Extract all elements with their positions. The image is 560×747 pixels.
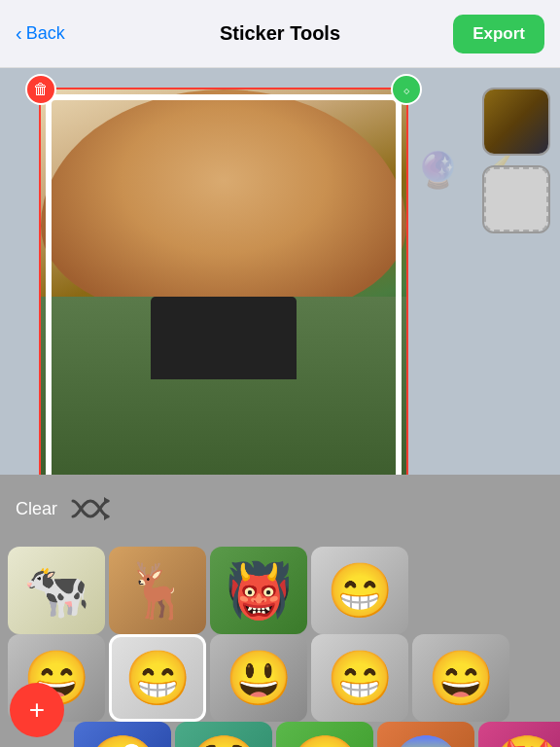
sticker-item-normal3[interactable]: 😃 xyxy=(210,634,307,722)
normal1-emoji: 😁 xyxy=(327,564,394,618)
thumbnail-panel xyxy=(482,88,550,233)
sticker-normal3-inner: 😃 xyxy=(210,634,307,722)
normal5-emoji: 😄 xyxy=(428,652,495,705)
sticker-item-normal5[interactable]: 😄 xyxy=(412,634,509,722)
normal4-emoji: 😁 xyxy=(327,652,394,705)
sticker-teal-inner: 😲 xyxy=(175,722,272,747)
sticker-normal5-inner: 😄 xyxy=(412,634,509,722)
selected-emoji: 😁 xyxy=(124,652,192,705)
header: ‹ Back Sticker Tools Export xyxy=(0,0,560,68)
sticker-orange-inner: 😱 xyxy=(377,722,474,747)
sticker-item-normal1[interactable]: 😁 xyxy=(311,547,408,634)
thumbnail-empty[interactable] xyxy=(482,165,550,233)
deer-emoji: 🦌 xyxy=(124,564,192,618)
back-button[interactable]: ‹ Back xyxy=(16,22,65,45)
blue-emoji: 🤪 xyxy=(87,731,159,748)
face-layer xyxy=(41,89,406,317)
thumbnail-photo[interactable] xyxy=(482,88,550,156)
sticker-item-pink[interactable]: 🤩 xyxy=(478,722,560,747)
sticker-pink-inner: 🤩 xyxy=(478,722,560,747)
grinch-emoji: 👹 xyxy=(226,564,293,618)
sticker-deer-inner: 🦌 xyxy=(109,547,206,634)
sticker-item-teal[interactable]: 😲 xyxy=(175,722,272,747)
sticker-green-inner: 😆 xyxy=(276,722,373,747)
sticker-row-3: 🤪 😲 😆 😱 🤩 xyxy=(0,718,560,747)
clear-button[interactable]: Clear xyxy=(16,499,57,519)
flip-icon: ⬦ xyxy=(402,82,410,97)
page-title: Sticker Tools xyxy=(220,22,340,45)
teal-emoji: 😲 xyxy=(188,731,261,748)
sticker-item-selected[interactable]: 😁 xyxy=(109,634,206,722)
sticker-item-cow[interactable]: 🐄 xyxy=(8,547,105,634)
svg-marker-1 xyxy=(104,513,110,520)
pink-emoji: 🤩 xyxy=(491,731,561,748)
back-label: Back xyxy=(26,23,65,44)
back-chevron-icon: ‹ xyxy=(16,22,22,45)
thumbnail-photo-preview xyxy=(484,89,548,154)
cow-emoji: 🐄 xyxy=(23,564,90,618)
sticker-image xyxy=(41,89,406,475)
green-emoji: 😆 xyxy=(289,731,362,748)
sticker-normal4-inner: 😁 xyxy=(311,634,408,722)
shuffle-icon xyxy=(71,495,110,522)
sticker-item-orange[interactable]: 😱 xyxy=(377,722,474,747)
orange-emoji: 😱 xyxy=(390,731,463,748)
sticker-container[interactable]: 🗑 ⬦ xyxy=(39,88,408,475)
normal3-emoji: 😃 xyxy=(226,652,293,705)
sticker-row-1: 🐄 🦌 👹 😁 xyxy=(0,543,560,640)
add-button[interactable]: + xyxy=(10,683,64,737)
shuffle-button[interactable] xyxy=(69,487,112,530)
svg-marker-0 xyxy=(104,497,110,505)
sticker-item-deer[interactable]: 🦌 xyxy=(109,547,206,634)
sticker-item-green[interactable]: 😆 xyxy=(276,722,373,747)
sticker-item-blue[interactable]: 🤪 xyxy=(74,722,171,747)
canvas-area: 🏀 ✈️ 🎮 💎 🎸 🎪 🔮 ⚡ 🎵 🌟 🏆 🎭 🗑 ⬦ xyxy=(0,68,560,475)
trash-icon: 🗑 xyxy=(33,81,49,98)
sticker-item-grinch[interactable]: 👹 xyxy=(210,547,307,634)
flip-handle[interactable]: ⬦ xyxy=(391,74,422,105)
sticker-selected-inner: 😁 xyxy=(112,637,203,719)
sticker-normal1-inner: 😁 xyxy=(311,547,408,634)
export-button[interactable]: Export xyxy=(453,15,544,53)
sticker-grinch-inner: 👹 xyxy=(210,547,307,634)
doodle-7: 🔮 xyxy=(416,150,460,191)
thumbnail-empty-slot xyxy=(484,167,548,231)
sticker-cow-inner: 🐄 xyxy=(8,547,105,634)
bottom-panel: Clear 🐄 🦌 👹 xyxy=(0,475,560,747)
sticker-item-normal4[interactable]: 😁 xyxy=(311,634,408,722)
sticker-blue-inner: 🤪 xyxy=(74,722,171,747)
toolbar-row: Clear xyxy=(0,475,560,543)
turtleneck-layer xyxy=(151,297,297,379)
sticker-row-2: 😄 😁 😃 😁 😄 xyxy=(0,630,560,728)
delete-handle[interactable]: 🗑 xyxy=(25,74,56,105)
